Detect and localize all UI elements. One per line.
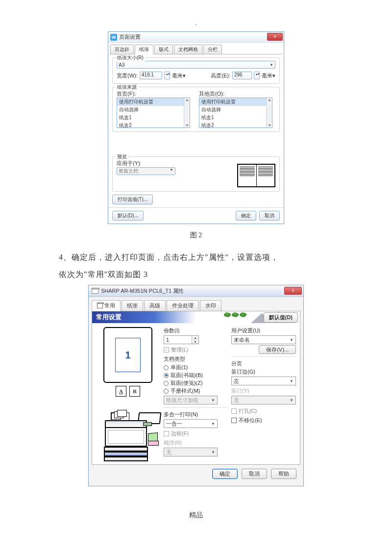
spinner[interactable]: ▲▼ [192,336,198,344]
default-button[interactable]: 默认(D)... [112,211,144,221]
radio-label: 单面(1) [171,364,188,371]
body-line-2: 依次为"常用"双面如图 3 [59,266,333,283]
radio-booklet[interactable]: 手册样式(M) [164,387,227,395]
ok-button[interactable]: 确定 [212,469,238,479]
border-label: 边框(F) [171,430,189,437]
nup-select[interactable]: 一合一▼ [164,419,218,428]
tab-grid[interactable]: 文档网格 [174,45,202,54]
user-setting-select[interactable]: 未命名▼ [231,335,296,344]
tab-advanced[interactable]: 高级 [144,300,166,311]
wps-icon: W [110,34,117,41]
radio-duplex-tablet[interactable]: 双面(便笺)(Z) [164,379,227,387]
list-item[interactable]: 自动选择 [199,106,272,114]
orientation-b-icon[interactable]: B [129,386,140,397]
cancel-button[interactable]: 取消 [242,469,267,479]
radio-duplex-book[interactable]: 双面(书籍)(B) [164,372,227,379]
magnify-value: 纸张尺寸加倍 [166,397,198,404]
orientation-a-icon[interactable]: A [116,386,126,397]
list-item[interactable]: 纸盒1 [199,114,272,122]
noshift-label: 不移位(E) [239,417,262,424]
height-spinner[interactable]: ▴▾ [254,72,260,79]
printer-illustration [96,405,160,460]
close-icon[interactable]: × [267,33,283,41]
tab-paper[interactable]: 纸张 [135,45,153,54]
width-spinner[interactable]: ▴▾ [164,72,170,79]
checkbox-icon: ✓ [164,347,169,353]
user-setting-label: 用户设置(U) [231,327,296,334]
border-checkbox: 边框(F) [164,430,227,437]
height-unit[interactable]: 毫米▾ [262,72,275,79]
checkbox-icon [164,431,169,436]
nup-label: 多合一打印(N) [164,411,227,418]
header-dot: . [59,20,333,26]
width-unit[interactable]: 毫米▾ [172,72,186,79]
panel-header-text: 常用设置 [96,313,122,322]
order-value: 无 [166,449,172,456]
height-label: 高度(E): [211,72,230,79]
list-item[interactable]: 使用打印机设置 [199,98,272,106]
dlg2-title: SHARP AR-M351N PCL6_T1 属性 [101,287,184,295]
collate-label: 整理(L) [171,346,188,353]
help-button[interactable]: 帮助 [271,469,296,479]
tab-paper[interactable]: 纸张 [122,300,143,311]
printer-icon [97,303,103,308]
apply-to-select[interactable]: 整篇文档 ▼ [117,167,175,175]
bind-edge-value: 左 [234,378,239,385]
close-icon[interactable]: × [284,287,302,295]
checkbox-icon [231,418,237,423]
cancel-button[interactable]: 取消 [259,211,280,221]
radio-label: 手册样式(M) [171,387,200,395]
defaults-button[interactable]: 默认值(D) [264,312,298,323]
width-input[interactable]: 419.1 [140,72,162,79]
dlg2-titlebar: SHARP AR-M351N PCL6_T1 属性 × [89,285,303,297]
page-footer: 精品 [59,511,333,520]
nup-value: 一合一 [166,420,182,428]
copies-input[interactable]: 1 ▲▼ [164,335,199,344]
paper-size-select[interactable]: A3 ▼ [117,61,275,69]
staple-select: 无▼ [231,396,296,404]
dlg1-title: 页面设置 [119,33,141,41]
tab-columns[interactable]: 分栏 [203,45,222,54]
list-item[interactable]: 纸盒2 [117,122,190,128]
noshift-checkbox[interactable]: 不移位(E) [231,417,296,424]
apply-to-value: 整篇文档 [119,168,138,175]
height-input[interactable]: 296 [232,72,252,79]
bind-edge-select[interactable]: 左▼ [231,377,296,385]
tab-common[interactable]: 常用 [92,300,121,311]
staple-label: 装订(Y) [231,387,296,395]
scrollbar[interactable] [184,98,190,127]
staple-value: 无 [234,397,239,404]
width-label: 宽度(W): [117,72,138,79]
doc-type-label: 文档类型 [164,355,227,363]
ok-button[interactable]: 确定 [236,211,256,221]
magnify-select: 纸张尺寸加倍▼ [164,396,218,404]
bind-edge-label: 装订边(G) [231,368,296,376]
tab-watermark[interactable]: 水印 [200,300,221,311]
page-group-label: 分页 [231,360,296,367]
page-setup-dialog: W 页面设置 × 页边距 纸张 版式 文档网格 分栏 纸张大小(R) A3 ▼ … [108,31,284,224]
collate-checkbox[interactable]: ✓ 整理(L) [164,346,227,353]
preview-page-number: 1 [115,338,141,372]
scrollbar[interactable] [266,98,272,127]
printer-icon [92,289,98,294]
checkbox-icon [231,408,237,414]
preview-legend: 预览 [116,153,128,160]
list-item[interactable]: 纸盒2 [199,122,272,128]
print-options-button[interactable]: 打印选项(T)... [112,195,153,204]
tab-job[interactable]: 作业处理 [167,300,199,311]
chevron-down-icon: ▼ [270,63,273,67]
tab-label: 常用 [104,302,115,309]
paper-source-group: 纸张来源 首页(F): 使用打印机设置 自动选择 纸盒1 纸盒2 其他页( [112,87,280,132]
body-line-1: 4、确定后，进入打印页面，点击右上方"属性"，设置选项， [59,249,333,266]
list-item[interactable]: 自动选择 [117,106,190,114]
copies-value: 1 [164,337,192,343]
list-item[interactable]: 纸盒1 [117,114,190,122]
list-item[interactable]: 使用打印机设置 [117,98,190,106]
first-page-listbox[interactable]: 使用打印机设置 自动选择 纸盒1 纸盒2 [117,98,190,128]
save-button[interactable]: 保存(V)... [259,345,296,354]
tab-margins[interactable]: 页边距 [110,45,134,54]
copies-label: 份数(I) [164,327,227,334]
other-page-listbox[interactable]: 使用打印机设置 自动选择 纸盒1 纸盒2 [199,98,272,128]
radio-single[interactable]: 单面(1) [164,364,227,371]
tab-layout[interactable]: 版式 [154,45,173,54]
